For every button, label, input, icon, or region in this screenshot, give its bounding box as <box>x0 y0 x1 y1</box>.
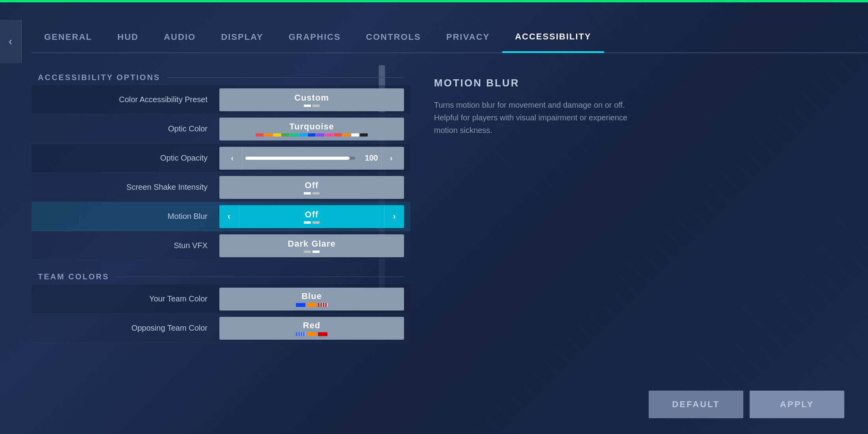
tab-controls[interactable]: CONTROLS <box>354 22 434 52</box>
opposing-orange <box>307 332 316 336</box>
swatch-blue <box>308 133 316 137</box>
color-preset-indicators <box>304 105 320 107</box>
dot-2 <box>312 105 320 107</box>
default-button[interactable]: DEFAULT <box>649 391 743 418</box>
dot-1 <box>304 105 311 107</box>
stun-vfx-value: Dark Glare <box>288 239 335 249</box>
bottom-buttons: DEFAULT APPLY <box>649 391 844 418</box>
color-preset-label: Color Accessibility Preset <box>38 95 219 104</box>
motion-blur-indicators <box>304 221 320 224</box>
blur-dot-2 <box>312 221 320 224</box>
team-section-divider <box>116 277 404 277</box>
shake-dot-2 <box>312 192 320 195</box>
optic-color-swatches <box>256 133 368 137</box>
stun-dot-1 <box>304 251 311 253</box>
color-preset-value-box[interactable]: Custom <box>219 88 404 111</box>
accessibility-section-header: ACCESSIBILITY OPTIONS <box>32 73 410 82</box>
opposing-team-color-value-box[interactable]: Red <box>219 317 404 340</box>
swatch-white <box>351 133 359 137</box>
setting-row-stun-vfx: Stun VFX Dark Glare <box>32 231 410 260</box>
swatch-orange <box>264 133 272 137</box>
main-content: ACCESSIBILITY OPTIONS Color Accessibilit… <box>32 65 868 434</box>
swatch-green <box>282 133 290 137</box>
back-arrow-icon: ‹ <box>9 35 12 48</box>
setting-row-optic-color: Optic Color Turquoise <box>32 114 410 144</box>
team-colors-section-title: TEAM COLORS <box>38 272 109 281</box>
accessibility-section-title: ACCESSIBILITY OPTIONS <box>38 73 160 82</box>
apply-button[interactable]: APPLY <box>750 391 844 418</box>
optic-opacity-label: Optic Opacity <box>38 153 219 163</box>
optic-color-label: Optic Color <box>38 124 219 133</box>
tab-display[interactable]: DISPLAY <box>208 22 276 52</box>
opacity-value: 100 <box>358 153 378 163</box>
section-divider <box>166 77 404 78</box>
blur-dot-1 <box>304 221 311 224</box>
stun-dot-2 <box>312 251 320 253</box>
opacity-track <box>245 157 355 160</box>
tab-audio[interactable]: AUDIO <box>151 22 208 52</box>
your-team-color-value: Blue <box>301 291 322 301</box>
stun-vfx-label: Stun VFX <box>38 241 219 250</box>
info-panel-title: MOTION BLUR <box>434 77 844 89</box>
optic-color-value-box[interactable]: Turquoise <box>219 118 404 140</box>
your-team-color-value-box[interactable]: Blue <box>219 288 404 311</box>
your-team-orange <box>307 303 316 307</box>
swatch-red <box>256 133 264 137</box>
top-progress-bar <box>0 0 868 2</box>
tab-privacy[interactable]: PRIVACY <box>434 22 502 52</box>
motion-blur-arrow-right[interactable]: › <box>384 205 404 228</box>
optic-color-control: Turquoise <box>219 118 404 140</box>
swatch-red2 <box>334 133 342 137</box>
tab-graphics[interactable]: GRAPHICS <box>276 22 353 52</box>
screen-shake-value-box[interactable]: Off <box>219 176 404 199</box>
opacity-arrow-right[interactable]: › <box>381 147 401 170</box>
motion-blur-label: Motion Blur <box>38 212 219 221</box>
swatch-cyan <box>299 133 307 137</box>
opposing-team-color-value: Red <box>303 320 321 331</box>
setting-row-your-team-color: Your Team Color Blue <box>32 284 410 314</box>
opposing-team-color-indicators <box>296 332 327 336</box>
tab-hud[interactable]: HUD <box>105 22 152 52</box>
motion-blur-arrow-control[interactable]: ‹ Off › <box>219 205 404 228</box>
screen-shake-value: Off <box>305 180 319 191</box>
swatch-black <box>360 133 368 137</box>
tab-accessibility[interactable]: ACCESSIBILITY <box>502 22 604 53</box>
swatch-orange2 <box>342 133 350 137</box>
swatch-teal <box>290 133 298 137</box>
your-team-blue <box>296 303 305 307</box>
settings-panel: ACCESSIBILITY OPTIONS Color Accessibilit… <box>32 65 410 434</box>
stun-vfx-control: Dark Glare <box>219 234 404 257</box>
info-panel-description: Turns motion blur for movement and damag… <box>434 99 631 137</box>
setting-row-motion-blur: Motion Blur ‹ Off › <box>32 202 410 231</box>
swatch-purple <box>316 133 324 137</box>
your-team-color-indicators <box>296 303 327 307</box>
setting-row-screen-shake: Screen Shake Intensity Off <box>32 173 410 202</box>
your-team-color-label: Your Team Color <box>38 294 219 303</box>
optic-opacity-slider[interactable]: ‹ 100 › <box>219 147 404 170</box>
team-colors-section-header: TEAM COLORS <box>32 272 410 281</box>
page-container: ‹ GENERAL HUD AUDIO DISPLAY GRAPHICS CON… <box>0 0 868 434</box>
setting-row-optic-opacity: Optic Opacity ‹ 100 › <box>32 144 410 173</box>
swatch-pink <box>325 133 333 137</box>
opposing-blue-striped <box>296 332 305 336</box>
screen-shake-indicators <box>304 192 320 195</box>
accessibility-settings-rows: Color Accessibility Preset Custom Op <box>32 85 410 260</box>
opacity-arrow-left[interactable]: ‹ <box>223 147 242 170</box>
opacity-fill <box>245 157 350 160</box>
motion-blur-value-container: Off <box>239 210 384 224</box>
motion-blur-value: Off <box>305 210 319 220</box>
opposing-team-color-label: Opposing Team Color <box>38 324 219 333</box>
info-panel: MOTION BLUR Turns motion blur for moveme… <box>410 65 868 434</box>
stun-vfx-indicators <box>304 251 320 253</box>
tab-general[interactable]: GENERAL <box>32 22 105 52</box>
your-team-color-control: Blue <box>219 288 404 311</box>
motion-blur-arrow-left[interactable]: ‹ <box>219 205 239 228</box>
color-preset-control: Custom <box>219 88 404 111</box>
motion-blur-control: ‹ Off › <box>219 205 404 228</box>
opposing-team-color-control: Red <box>219 317 404 340</box>
screen-shake-control: Off <box>219 176 404 199</box>
team-colors-settings-rows: Your Team Color Blue <box>32 284 410 343</box>
swatch-yellow <box>273 133 281 137</box>
back-button[interactable]: ‹ <box>0 20 22 63</box>
stun-vfx-value-box[interactable]: Dark Glare <box>219 234 404 257</box>
